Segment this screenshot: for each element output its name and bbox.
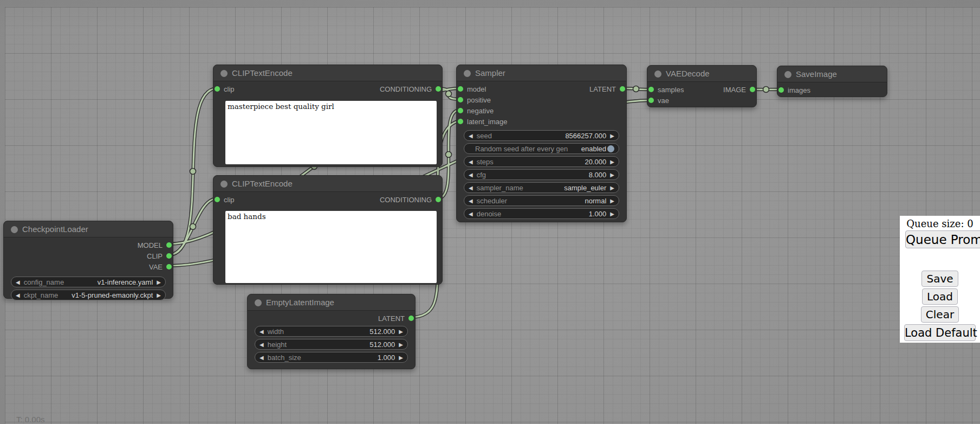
right-arrow-icon[interactable]: ▶: [157, 279, 161, 285]
input-slot-negative[interactable]: [458, 108, 463, 113]
load-button[interactable]: Load: [922, 288, 958, 305]
output-label-vae: VAE: [149, 263, 163, 271]
input-label-images: images: [788, 86, 810, 94]
right-arrow-icon[interactable]: ▶: [610, 198, 614, 204]
positive-prompt-textarea[interactable]: masterpiece best quality girl: [225, 101, 437, 164]
output-slot-clip[interactable]: [166, 253, 172, 259]
collapse-dot-icon[interactable]: [220, 181, 228, 188]
right-arrow-icon[interactable]: ▶: [610, 172, 614, 178]
node-sampler[interactable]: Sampler model LATENT positive negative l…: [456, 65, 627, 222]
collapse-dot-icon[interactable]: [255, 299, 262, 306]
left-arrow-icon[interactable]: ◀: [469, 159, 473, 165]
clear-button[interactable]: Clear: [921, 306, 959, 323]
output-slot-vae[interactable]: [166, 264, 172, 269]
widget-label: Random seed after every gen: [475, 145, 568, 153]
collapse-dot-icon[interactable]: [654, 70, 661, 78]
widget-random-seed-toggle[interactable]: Random seed after every gen enabled: [464, 143, 619, 154]
input-slot-clip[interactable]: [215, 86, 220, 92]
widget-value: 512.000: [369, 327, 395, 336]
input-slot-model[interactable]: [458, 86, 463, 92]
node-empty-latent-image[interactable]: EmptyLatentImage LATENT ◀ width 512.000 …: [247, 294, 416, 369]
left-arrow-icon[interactable]: ◀: [16, 279, 20, 285]
left-arrow-icon[interactable]: ◀: [259, 355, 264, 361]
input-label-samples: samples: [658, 86, 684, 94]
input-slot-images[interactable]: [778, 87, 784, 93]
load-default-button[interactable]: Load Default: [904, 324, 976, 341]
node-title-bar[interactable]: CheckpointLoader: [4, 221, 173, 237]
widget-label: ckpt_name: [24, 291, 59, 299]
save-button[interactable]: Save: [921, 271, 958, 287]
menu-panel: Queue size: 0 Queue Prompt Save Load Cle…: [900, 216, 980, 343]
node-title-bar[interactable]: EmptyLatentImage: [248, 294, 415, 311]
left-arrow-icon[interactable]: ◀: [469, 185, 473, 191]
slot-row: images: [777, 85, 887, 95]
input-label-negative: negative: [467, 107, 494, 115]
left-arrow-icon[interactable]: ◀: [469, 198, 473, 204]
node-title: Sampler: [475, 68, 505, 78]
output-label-image: IMAGE: [723, 86, 746, 94]
widget-ckpt-name[interactable]: ◀ ckpt_name v1-5-pruned-emaonly.ckpt ▶: [11, 290, 166, 300]
left-arrow-icon[interactable]: ◀: [469, 172, 473, 178]
widget-width[interactable]: ◀ width 512.000 ▶: [255, 326, 408, 337]
widget-scheduler[interactable]: ◀ scheduler normal ▶: [464, 195, 619, 206]
widget-config-name[interactable]: ◀ config_name v1-inference.yaml ▶: [11, 277, 166, 287]
widget-label: steps: [477, 158, 494, 166]
right-arrow-icon[interactable]: ▶: [610, 185, 614, 191]
widget-height[interactable]: ◀ height 512.000 ▶: [255, 339, 408, 350]
right-arrow-icon[interactable]: ▶: [399, 342, 403, 348]
output-slot-latent[interactable]: [408, 316, 414, 321]
left-arrow-icon[interactable]: ◀: [259, 342, 264, 348]
node-checkpoint-loader[interactable]: CheckpointLoader MODEL CLIP VAE ◀ config…: [3, 221, 173, 299]
right-arrow-icon[interactable]: ▶: [399, 329, 403, 335]
right-arrow-icon[interactable]: ▶: [610, 211, 614, 217]
input-slot-latent-image[interactable]: [458, 119, 463, 124]
input-slot-positive[interactable]: [458, 97, 463, 102]
widget-value: 8566257.000: [565, 132, 606, 140]
left-arrow-icon[interactable]: ◀: [469, 211, 473, 217]
left-arrow-icon[interactable]: ◀: [16, 292, 20, 298]
left-arrow-icon[interactable]: ◀: [469, 133, 473, 139]
input-slot-clip[interactable]: [215, 197, 220, 202]
right-arrow-icon[interactable]: ▶: [399, 355, 403, 361]
output-slot-conditioning[interactable]: [436, 197, 441, 202]
toggle-dot-icon[interactable]: [607, 145, 614, 152]
collapse-dot-icon[interactable]: [220, 70, 228, 77]
collapse-dot-icon[interactable]: [11, 226, 18, 233]
widget-label: seed: [477, 132, 492, 140]
widget-batch-size[interactable]: ◀ batch_size 1.000 ▶: [255, 352, 408, 363]
right-arrow-icon[interactable]: ▶: [157, 292, 161, 298]
queue-prompt-button[interactable]: Queue Prompt: [905, 230, 980, 248]
slot-row: VAE: [4, 261, 173, 272]
right-arrow-icon[interactable]: ▶: [610, 159, 614, 165]
node-clip-text-encode-negative[interactable]: CLIPTextEncode clip CONDITIONING bad han…: [213, 175, 443, 285]
node-title-bar[interactable]: VAEDecode: [647, 66, 756, 82]
output-label-latent: LATENT: [378, 314, 405, 323]
input-label-model: model: [467, 85, 486, 93]
widget-sampler-name[interactable]: ◀ sampler_name sample_euler ▶: [464, 182, 619, 193]
output-slot-conditioning[interactable]: [436, 86, 441, 92]
node-title-bar[interactable]: CLIPTextEncode: [213, 176, 442, 192]
widget-steps[interactable]: ◀ steps 20.000 ▶: [464, 156, 619, 167]
output-slot-image[interactable]: [750, 87, 755, 92]
node-vae-decode[interactable]: VAEDecode samples IMAGE vae: [647, 65, 757, 107]
node-title: SaveImage: [796, 69, 837, 79]
node-save-image[interactable]: SaveImage images: [777, 66, 887, 97]
widget-cfg[interactable]: ◀ cfg 8.000 ▶: [464, 169, 619, 180]
node-title-bar[interactable]: CLIPTextEncode: [213, 65, 442, 81]
collapse-dot-icon[interactable]: [784, 71, 791, 78]
output-slot-model[interactable]: [166, 242, 172, 248]
negative-prompt-textarea[interactable]: bad hands: [225, 211, 437, 283]
widget-seed[interactable]: ◀ seed 8566257.000 ▶: [464, 130, 619, 141]
collapse-dot-icon[interactable]: [464, 70, 471, 77]
node-title-bar[interactable]: Sampler: [457, 65, 626, 81]
right-arrow-icon[interactable]: ▶: [610, 133, 614, 139]
input-slot-samples[interactable]: [648, 87, 654, 92]
node-title-bar[interactable]: SaveImage: [777, 66, 887, 82]
left-arrow-icon[interactable]: ◀: [259, 329, 264, 335]
input-slot-vae[interactable]: [648, 98, 654, 103]
widget-denoise[interactable]: ◀ denoise 1.000 ▶: [464, 208, 619, 219]
node-clip-text-encode-positive[interactable]: CLIPTextEncode clip CONDITIONING masterp…: [213, 65, 443, 167]
render-timer-label: T: 0.00s: [16, 415, 45, 424]
slot-row: latent_image: [457, 116, 626, 127]
output-slot-latent[interactable]: [620, 86, 625, 92]
